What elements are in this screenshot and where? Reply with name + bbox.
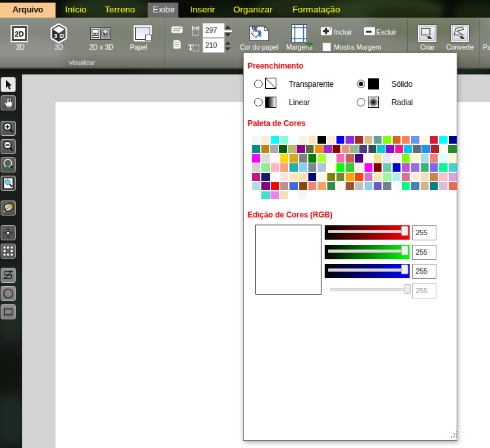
svg-text:2D: 2D [93,32,99,37]
svg-text:D: D [60,33,65,39]
svg-text:3: 3 [54,33,57,39]
svg-text:2D: 2D [14,30,24,38]
